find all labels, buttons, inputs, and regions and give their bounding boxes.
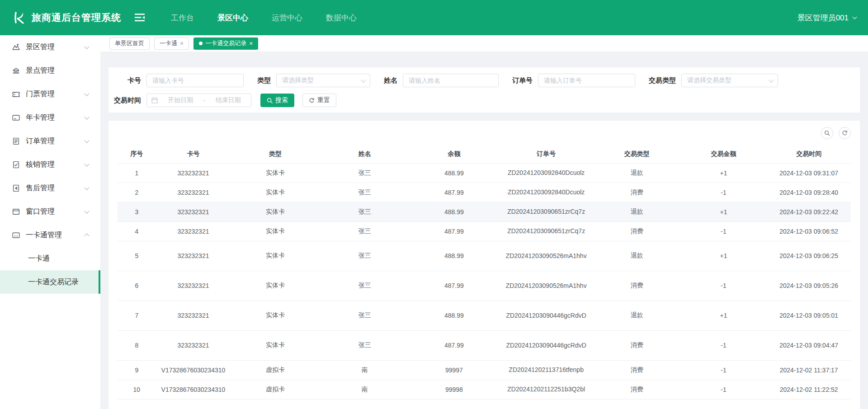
table-row[interactable]: 9V17328676030234310虚拟卡南99997ZD2024120211… [118, 360, 851, 380]
cell-name: 张三 [320, 163, 410, 183]
sidebar-item-scenic-spot-mgmt[interactable]: 景点管理 [0, 59, 100, 82]
toggle-search-button[interactable] [821, 127, 833, 139]
table-row[interactable]: 8323232321实体卡张三487.99ZD20241203090446gcR… [118, 330, 851, 360]
sidebar-item-order-mgmt[interactable]: 订单管理 [0, 129, 100, 153]
top-nav: 工作台景区中心运营中心数据中心 [171, 13, 357, 23]
filter-input-name[interactable] [403, 74, 499, 87]
close-tab-icon[interactable]: × [249, 40, 253, 47]
cell-time: 2024-12-03 09:06:25 [767, 241, 851, 271]
table-row[interactable]: 4323232321实体卡张三487.99ZD20241203090651zrC… [118, 221, 851, 241]
sidebar-item-window-mgmt[interactable]: 窗口管理 [0, 200, 100, 223]
table-row[interactable]: 5323232321实体卡张三488.99ZD20241203090526mA1… [118, 241, 851, 271]
cell-card_no: 323232321 [156, 202, 231, 221]
refresh-icon [842, 130, 848, 136]
cell-type: 实体卡 [231, 202, 320, 221]
refresh-table-button[interactable] [839, 127, 851, 139]
column-header-tx_type: 交易类型 [594, 145, 680, 163]
tab-single-scenic-home[interactable]: 单景区首页 [109, 38, 150, 50]
filter-select-type[interactable]: 请选择类型 [276, 74, 370, 87]
cell-type: 实体卡 [231, 271, 320, 301]
column-header-time: 交易时间 [767, 145, 851, 163]
sidebar-item-label: 门票管理 [26, 89, 85, 99]
filter-label: 订单号 [512, 76, 533, 85]
top-nav-data-center[interactable]: 数据中心 [326, 13, 357, 23]
tab-onecard[interactable]: 一卡通× [154, 38, 189, 50]
cell-amount: -1 [680, 330, 767, 360]
cell-tx_type: 退款 [594, 163, 680, 183]
cell-type: 实体卡 [231, 241, 320, 271]
scenic-spot-icon [12, 66, 20, 75]
table-row[interactable]: 2323232321实体卡张三487.99ZD20241203092840Dcu… [118, 183, 851, 202]
table-row[interactable]: 1323232321实体卡张三488.99ZD20241203092840Dcu… [118, 163, 851, 183]
cell-no: 4 [118, 221, 156, 241]
filter-label: 卡号 [114, 76, 141, 85]
sidebar-item-label: 景区管理 [26, 42, 85, 52]
filter-label: 交易类型 [649, 76, 676, 85]
top-nav-workbench[interactable]: 工作台 [171, 13, 194, 23]
reset-button[interactable]: 重置 [302, 94, 336, 107]
filter-label: 姓名 [384, 76, 397, 85]
cell-time: 2024-12-02 11:37:17 [767, 360, 851, 380]
sidebar-item-aftersale-mgmt[interactable]: 售后管理 [0, 176, 100, 200]
sidebar-item-onecard-mgmt[interactable]: 一卡通管理 [0, 223, 100, 247]
top-nav-scenic-center[interactable]: 景区中心 [217, 13, 248, 23]
cell-amount: +1 [680, 202, 767, 221]
sidebar-item-verification-mgmt[interactable]: 核销管理 [0, 153, 100, 176]
sidebar-item-scenic-area-mgmt[interactable]: 景区管理 [0, 35, 100, 59]
cell-name: 南 [320, 380, 410, 399]
cell-card_no: 323232321 [156, 163, 231, 183]
cell-no: 10 [118, 380, 156, 399]
cell-card_no: 323232321 [156, 221, 231, 241]
date-range-input[interactable]: 开始日期 - 结束日期 [146, 94, 251, 107]
collapse-sidebar-icon[interactable] [135, 13, 145, 22]
table-row[interactable]: 7323232321实体卡张三488.99ZD20241203090446gcR… [118, 301, 851, 330]
main-content: 单景区首页一卡通×一卡通交易记录× 卡号类型请选择类型姓名订单号交易类型请选择交… [100, 35, 868, 409]
app-title: 旅商通后台管理系统 [32, 11, 121, 24]
filter-select-tx_type[interactable]: 请选择交易类型 [681, 74, 778, 87]
user-name: 景区管理员001 [797, 13, 849, 23]
cell-time: 2024-12-03 09:05:26 [767, 271, 851, 301]
sidebar-subitem-label: 一卡通交易记录 [28, 277, 79, 287]
column-header-no: 序号 [118, 145, 156, 163]
sidebar-item-ticket-mgmt[interactable]: 门票管理 [0, 82, 100, 106]
cell-no: 7 [118, 301, 156, 330]
cell-balance: 488.99 [410, 301, 499, 330]
cell-type: 实体卡 [231, 163, 320, 183]
cell-card_no: 323232321 [156, 241, 231, 271]
table-row[interactable]: 10V17328676030234310虚拟卡南99998ZD202412021… [118, 380, 851, 399]
cell-amount: -1 [680, 221, 767, 241]
table-row[interactable]: 6323232321实体卡张三487.99ZD20241203090526mA1… [118, 271, 851, 301]
table-row[interactable]: 3323232321实体卡张三488.99ZD20241203090651zrC… [118, 202, 851, 221]
sidebar-item-annual-card-mgmt[interactable]: 年卡管理 [0, 106, 100, 129]
onecard-icon [12, 231, 20, 240]
table-header-row: 序号卡号类型姓名余额订单号交易类型交易金额交易时间 [118, 145, 851, 163]
filter-input-card_no[interactable] [146, 74, 244, 87]
sidebar-subitem-onecard-transactions[interactable]: 一卡通交易记录 [0, 270, 100, 294]
verify-icon [12, 160, 20, 169]
close-tab-icon[interactable]: × [180, 40, 184, 47]
cell-order_no: ZD20241203090526mA1hhv [499, 271, 594, 301]
chevron-down-icon [84, 44, 89, 49]
tab-onecard-transactions[interactable]: 一卡通交易记录× [193, 38, 258, 50]
sidebar-subitem-onecard[interactable]: 一卡通 [0, 247, 100, 270]
date-separator: - [203, 97, 206, 104]
filter-field-name: 姓名 [384, 74, 499, 87]
chevron-down-icon [84, 91, 89, 96]
search-button[interactable]: 搜索 [260, 94, 294, 107]
sidebar-item-label: 订单管理 [26, 136, 85, 146]
transactions-table: 序号卡号类型姓名余额订单号交易类型交易金额交易时间 1323232321实体卡张… [118, 145, 851, 400]
sidebar-subitem-label: 一卡通 [28, 254, 50, 263]
user-menu[interactable]: 景区管理员001 [797, 13, 856, 23]
filter-field-order_no: 订单号 [512, 74, 635, 87]
cell-time: 2024-12-02 11:22:52 [767, 380, 851, 399]
cell-name: 张三 [320, 221, 410, 241]
chevron-down-icon [769, 77, 774, 82]
top-nav-operation-center[interactable]: 运营中心 [272, 13, 302, 23]
filter-label: 类型 [257, 76, 271, 85]
cell-card_no: V17328676030234310 [156, 360, 231, 380]
filter-input-order_no[interactable] [538, 74, 635, 87]
cell-balance: 99997 [410, 360, 499, 380]
app-logo-icon [12, 10, 27, 25]
cell-card_no: 323232321 [156, 330, 231, 360]
sidebar-item-label: 核销管理 [26, 160, 85, 169]
